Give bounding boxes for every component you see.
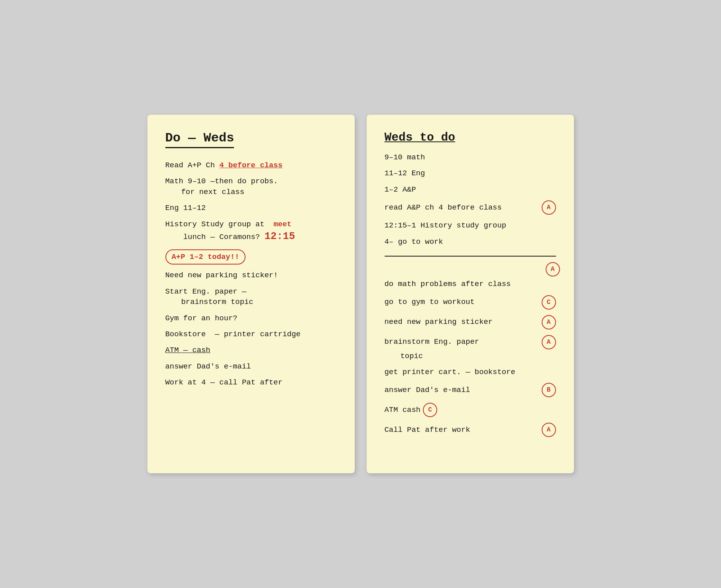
badge-a: A	[542, 315, 556, 329]
left-notecard: Do — Weds Read A+P Ch 4 before class Mat…	[147, 115, 355, 473]
right-card-title: Weds to do	[385, 131, 456, 144]
task-item: get printer cart. — bookstore	[385, 367, 556, 377]
right-notecard: Weds to do 9–10 math 11–12 Eng 1–2 A&P r…	[367, 115, 574, 473]
badge-b: B	[542, 383, 556, 397]
badge-a: A	[542, 200, 556, 215]
task-item: answer Dad's e-mail B	[385, 383, 556, 397]
badge-a-float: A	[546, 262, 560, 276]
sub-text: for next class	[165, 188, 244, 196]
task-item: ATM cash C	[385, 403, 556, 417]
list-item: Bookstore — printer cartridge	[165, 329, 337, 339]
badge-a: A	[542, 423, 556, 437]
left-card-title: Do — Weds	[165, 131, 234, 148]
list-item: Read A+P Ch 4 before class	[165, 160, 337, 171]
task-item: need new parking sticker A	[385, 315, 556, 329]
list-item: ATM — cash	[165, 345, 337, 355]
task-item: do math problems after class	[385, 279, 556, 289]
schedule-item: 1–2 A&P	[385, 184, 556, 195]
task-sub-row: topic	[385, 351, 556, 361]
list-item: answer Dad's e-mail	[165, 361, 337, 372]
badge-c: C	[542, 295, 556, 310]
task-item: Call Pat after work A	[385, 423, 556, 437]
today-text: today!!	[208, 253, 239, 261]
list-item: Start Eng. paper — brainstorm topic	[165, 286, 337, 308]
schedule-item: read A&P ch 4 before class A	[385, 200, 556, 215]
list-item: Need new parking sticker!	[165, 270, 337, 280]
list-item: Math 9–10 —then do probs. for next class	[165, 176, 337, 197]
badge-a: A	[542, 335, 556, 349]
list-item: History Study group at meet lunch — Cora…	[165, 219, 337, 244]
red-text: meet	[273, 220, 291, 229]
list-item: Eng 11–12	[165, 203, 337, 213]
sub-text: brainstorm topic	[165, 298, 253, 306]
highlight-text: 4 before class	[219, 161, 282, 170]
underlined-text: ATM — cash	[165, 346, 210, 355]
list-item: Gym for an hour?	[165, 313, 337, 323]
schedule-item: 11–12 Eng	[385, 168, 556, 178]
right-title-block: Weds to do	[385, 131, 556, 144]
divider	[385, 256, 556, 257]
schedule-item: 9–10 math	[385, 152, 556, 163]
task-item: go to gym to workout C	[385, 295, 556, 310]
page-container: Do — Weds Read A+P Ch 4 before class Mat…	[147, 115, 574, 473]
badge-only-row: A	[385, 265, 556, 273]
schedule-item: 4– go to work	[385, 237, 556, 247]
circled-item: A+P 1–2 today!!	[165, 249, 246, 265]
task-item-row: brainstorm Eng. paper A	[385, 335, 556, 349]
task-item-multi: brainstorm Eng. paper A topic	[385, 335, 556, 361]
time-text: 12:15	[265, 231, 295, 242]
schedule-item: 12:15–1 History study group	[385, 220, 556, 231]
badge-c: C	[423, 403, 437, 417]
list-item: Work at 4 — call Pat after	[165, 377, 337, 388]
list-item: A+P 1–2 today!!	[165, 249, 337, 265]
